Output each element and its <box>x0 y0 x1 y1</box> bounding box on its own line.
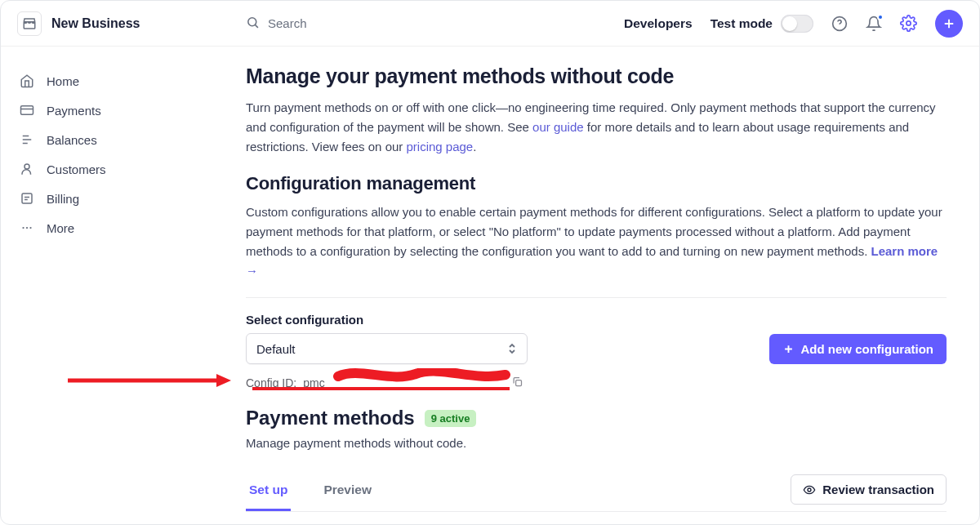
main-content: Manage your payment methods without code… <box>156 47 979 525</box>
svg-point-8 <box>29 227 31 229</box>
config-id-row: Config ID: pmc_ <box>246 376 947 390</box>
test-mode-label: Test mode <box>710 16 773 31</box>
user-icon <box>19 161 35 177</box>
section2-title: Configuration management <box>246 173 947 194</box>
select-config-label: Select configuration <box>246 313 947 327</box>
settings-icon[interactable] <box>900 15 917 32</box>
pricing-link[interactable]: pricing page <box>406 140 473 153</box>
section2-paragraph: Custom configurations allow you to enabl… <box>246 202 947 281</box>
balances-icon <box>19 131 35 148</box>
add-config-label: Add new configuration <box>801 342 934 356</box>
nav-label: Home <box>47 74 79 88</box>
search-placeholder: Search <box>268 16 307 30</box>
tab-setup[interactable]: Set up <box>246 474 291 511</box>
more-icon <box>19 220 35 236</box>
review-transaction-label: Review transaction <box>822 483 934 496</box>
payment-methods-header: Payment methods 9 active <box>246 407 947 429</box>
nav-label: Payments <box>47 104 101 118</box>
copy-icon[interactable] <box>511 376 523 390</box>
chevron-updown-icon <box>507 342 517 355</box>
divider <box>246 297 947 298</box>
nav-balances[interactable]: Balances <box>14 125 146 154</box>
nav-more[interactable]: More <box>14 213 146 242</box>
config-id-redacted <box>337 377 505 389</box>
card-icon <box>19 102 35 118</box>
svg-point-4 <box>24 164 29 169</box>
svg-point-7 <box>26 227 28 229</box>
nav-payments[interactable]: Payments <box>14 96 146 125</box>
svg-rect-5 <box>22 194 32 203</box>
storefront-icon <box>17 11 42 36</box>
guide-link[interactable]: our guide <box>532 120 584 134</box>
nav-customers[interactable]: Customers <box>14 154 146 184</box>
brand[interactable]: New Business <box>17 11 246 36</box>
active-badge: 9 active <box>425 410 477 427</box>
payment-methods-subtitle: Manage payment methods without code. <box>246 436 947 450</box>
notifications-icon[interactable] <box>866 16 882 32</box>
nav-billing[interactable]: Billing <box>14 184 146 213</box>
nav-home[interactable]: Home <box>14 66 146 96</box>
brand-title: New Business <box>51 16 140 31</box>
svg-point-2 <box>906 21 911 25</box>
test-mode: Test mode <box>710 15 813 33</box>
help-icon[interactable] <box>831 16 848 32</box>
tab-preview[interactable]: Preview <box>320 474 375 511</box>
notif-dot <box>877 14 884 20</box>
svg-rect-3 <box>21 106 33 115</box>
config-id-label: Config ID: <box>246 376 296 389</box>
topbar-right: Developers Test mode <box>624 10 963 38</box>
svg-point-10 <box>808 488 811 492</box>
review-transaction-button[interactable]: Review transaction <box>791 474 947 505</box>
svg-point-6 <box>22 227 24 229</box>
payment-methods-title: Payment methods <box>246 407 415 429</box>
svg-point-0 <box>248 17 256 25</box>
add-config-button[interactable]: Add new configuration <box>769 334 947 364</box>
create-button[interactable] <box>935 10 963 38</box>
test-mode-toggle[interactable] <box>781 15 813 33</box>
svg-rect-9 <box>516 380 522 386</box>
nav-label: Customers <box>47 162 106 176</box>
config-selected: Default <box>256 342 296 356</box>
search[interactable]: Search <box>246 16 540 32</box>
nav-label: More <box>47 221 74 235</box>
section1-title: Manage your payment methods without code <box>246 65 947 88</box>
home-icon <box>19 73 35 89</box>
developers-link[interactable]: Developers <box>624 16 693 31</box>
section1-paragraph: Turn payment methods on or off with one … <box>246 98 947 157</box>
sidebar: Home Payments Balances Customers Billing… <box>1 47 156 525</box>
topbar: New Business Search Developers Test mode <box>1 1 979 47</box>
tabs-row: Set up Preview Review transaction <box>246 474 947 512</box>
billing-icon <box>19 190 35 207</box>
nav-label: Balances <box>47 133 97 147</box>
search-icon <box>246 16 260 32</box>
config-select[interactable]: Default <box>246 333 528 364</box>
nav-label: Billing <box>47 192 79 206</box>
config-id-value: pmc_ <box>303 376 331 389</box>
